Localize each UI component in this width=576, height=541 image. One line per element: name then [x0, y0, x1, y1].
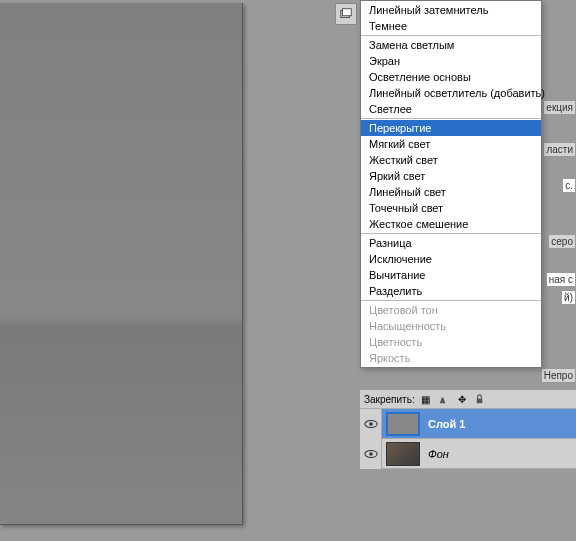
blend-mode-option[interactable]: Разница [361, 235, 541, 251]
svg-point-6 [369, 452, 373, 456]
blend-mode-option-disabled: Яркость [361, 350, 541, 366]
blend-mode-option[interactable]: Экран [361, 53, 541, 69]
blend-mode-option[interactable]: Линейный свет [361, 184, 541, 200]
layer-thumbnail[interactable] [386, 442, 420, 466]
panel-label-fragment: Непро [541, 368, 576, 383]
canvas-workspace [0, 0, 330, 541]
blend-mode-option[interactable]: Яркий свет [361, 168, 541, 184]
visibility-toggle-icon[interactable] [360, 439, 382, 469]
blend-mode-option[interactable]: Линейный затемнитель [361, 2, 541, 18]
document-canvas[interactable] [0, 3, 243, 525]
panel-tab-fragment[interactable]: ласти [543, 142, 576, 157]
layer-thumbnail[interactable] [386, 412, 420, 436]
layers-shortcut-icon[interactable] [335, 3, 357, 25]
blend-mode-option[interactable]: Исключение [361, 251, 541, 267]
blend-mode-option[interactable]: Осветление основы [361, 69, 541, 85]
blend-mode-option[interactable]: Светлее [361, 101, 541, 117]
toolbar-column [335, 3, 361, 63]
panel-text-fragment: ная с [546, 272, 576, 287]
blend-mode-option-disabled: Цветовой тон [361, 302, 541, 318]
lock-pixels-icon[interactable] [437, 392, 451, 406]
blend-mode-option[interactable]: Мягкий свет [361, 136, 541, 152]
layer-row-active[interactable]: Слой 1 [360, 409, 576, 439]
panel-text-fragment: й) [561, 290, 576, 305]
layer-name[interactable]: Слой 1 [424, 418, 576, 430]
blend-mode-option[interactable]: Линейный осветлитель (добавить) [361, 85, 541, 101]
svg-point-4 [369, 422, 373, 426]
layer-name[interactable]: Фон [424, 448, 576, 460]
layers-panel: Закрепить: ▦ ✥ Слой 1 Фон [360, 390, 576, 469]
blend-mode-option[interactable]: Вычитание [361, 267, 541, 283]
lock-transparency-icon[interactable]: ▦ [419, 392, 433, 406]
blend-mode-option[interactable]: Замена светлым [361, 37, 541, 53]
panel-tab-fragment[interactable]: екция [543, 100, 576, 115]
blend-mode-option[interactable]: Разделить [361, 283, 541, 299]
panel-button-fragment[interactable]: серо [548, 234, 576, 249]
blend-mode-option[interactable]: Жесткий свет [361, 152, 541, 168]
svg-rect-2 [477, 398, 483, 403]
layer-row[interactable]: Фон [360, 439, 576, 469]
blend-mode-option-disabled: Насыщенность [361, 318, 541, 334]
blend-mode-dropdown[interactable]: Линейный затемнитель Темнее Замена светл… [360, 0, 542, 368]
lock-all-icon[interactable] [473, 392, 487, 406]
blend-mode-option[interactable]: Точечный свет [361, 200, 541, 216]
layers-lock-row: Закрепить: ▦ ✥ [360, 390, 576, 409]
svg-rect-1 [343, 9, 352, 16]
blend-mode-option-disabled: Цветность [361, 334, 541, 350]
lock-label: Закрепить: [364, 394, 415, 405]
lock-position-icon[interactable]: ✥ [455, 392, 469, 406]
blend-mode-option[interactable]: Жесткое смешение [361, 216, 541, 232]
visibility-toggle-icon[interactable] [360, 409, 382, 439]
blend-mode-option-selected[interactable]: Перекрытие [361, 120, 541, 136]
blend-mode-option[interactable]: Темнее [361, 18, 541, 34]
panel-text-fragment: с. [562, 178, 576, 193]
